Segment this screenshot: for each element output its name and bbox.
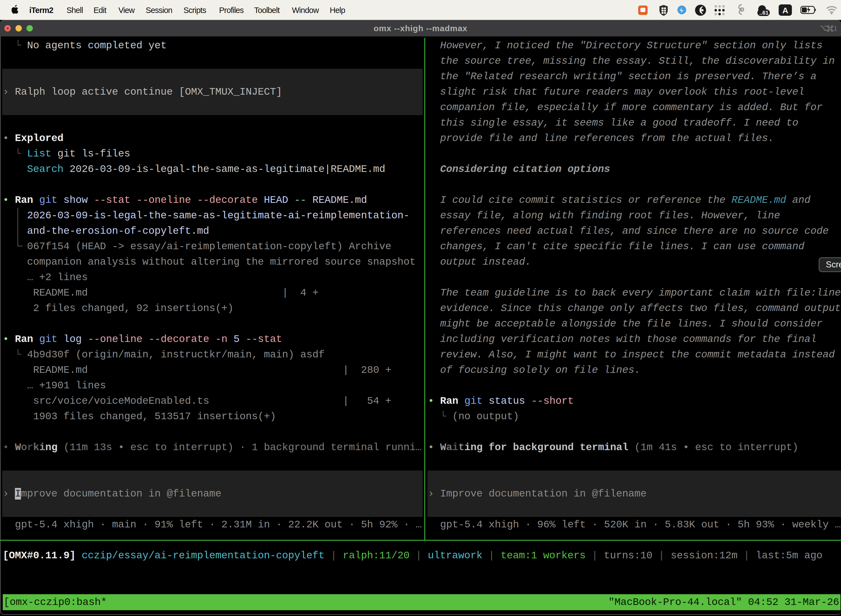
svg-text:1: 1: [834, 25, 837, 32]
svg-text:..61: ..61: [759, 10, 768, 16]
